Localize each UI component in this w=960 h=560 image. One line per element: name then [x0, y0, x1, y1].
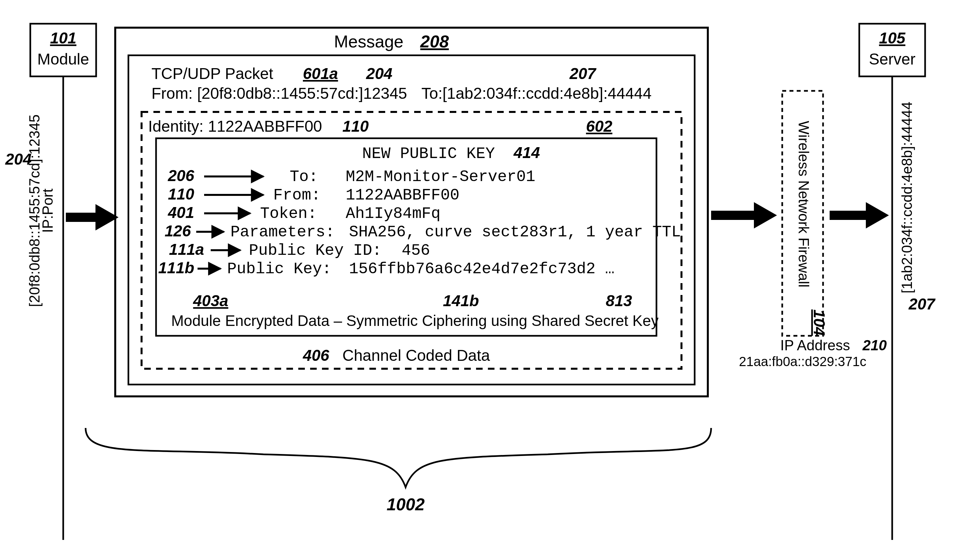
server-ref: 105 — [879, 29, 906, 47]
key-title-ref: 414 — [513, 144, 540, 161]
svg-text:Public Key ID:: Public Key ID: — [249, 242, 382, 259]
firewall-ref: 104 — [811, 309, 828, 336]
svg-text:Ah1Iy84mFq: Ah1Iy84mFq — [346, 205, 440, 222]
svg-text:Public Key:: Public Key: — [227, 260, 331, 278]
firewall-ip-label: IP Address — [780, 337, 850, 353]
key-line-0: 206 To: M2M-Monitor-Server01 — [168, 167, 535, 186]
enc-midref: 141b — [443, 292, 479, 309]
arrow-module-to-message — [66, 204, 118, 230]
message-title: Message — [334, 32, 404, 51]
module-ipport: IP:Port [20f8:0db8::1455:57cd]:12345 204 — [5, 115, 56, 307]
packet-to-ref: 207 — [569, 65, 597, 82]
message-ref: 208 — [420, 32, 449, 51]
packet-from: From: [20f8:0db8::1455:57cd:]12345 — [152, 85, 407, 102]
key-line-5: 111b Public Key: 156ffbb76a6c42e4d7e2fc7… — [158, 259, 614, 278]
svg-text:To:: To: — [290, 168, 318, 186]
module-label: Module — [37, 50, 89, 68]
svg-text:111b: 111b — [158, 259, 194, 277]
module-box: 101 Module — [30, 24, 96, 76]
packet-to: To:[1ab2:034f::ccdd:4e8b]:44444 — [421, 85, 651, 102]
module-ref: 101 — [50, 29, 76, 47]
brace-ref: 1002 — [387, 495, 425, 514]
svg-text:110: 110 — [168, 186, 194, 203]
identity-ref: 110 — [342, 118, 369, 135]
key-title: NEW PUBLIC KEY — [362, 145, 495, 163]
module-ipport-value: [20f8:0db8::1455:57cd]:12345 — [26, 115, 42, 307]
channel-ref: 406 — [302, 347, 329, 364]
svg-marker-7 — [866, 202, 889, 229]
identity-box-ref: 602 — [586, 118, 612, 135]
packet-from-ref: 204 — [366, 65, 392, 82]
enc-rightref: 813 — [606, 292, 632, 309]
firewall-ip-ref: 210 — [862, 337, 887, 353]
svg-text:401: 401 — [168, 204, 194, 221]
svg-text:Token:: Token: — [260, 205, 317, 222]
firewall-label: Wireless Network Firewall — [796, 121, 812, 287]
packet-ref: 601a — [303, 65, 338, 82]
svg-marker-5 — [754, 202, 777, 229]
key-line-1: 110 From: 1122AABBFF00 — [168, 186, 459, 204]
server-ipport: [1ab2:034f::ccdd:4e8b]:44444 207 — [899, 102, 936, 313]
brace: 1002 — [86, 428, 711, 514]
server-label: Server — [869, 50, 915, 68]
svg-text:From:: From: — [273, 186, 321, 204]
diagram-root: 101 Module 105 Server IP:Port [20f8:0db8… — [0, 0, 960, 560]
svg-text:1122AABBFF00: 1122AABBFF00 — [346, 186, 459, 204]
key-line-4: 111a Public Key ID: 456 — [169, 241, 430, 259]
svg-text:M2M-Monitor-Server01: M2M-Monitor-Server01 — [346, 168, 535, 186]
packet-title: TCP/UDP Packet — [152, 65, 273, 82]
key-line-2: 401 Token: Ah1Iy84mFq — [168, 204, 440, 222]
enc-ref: 403a — [193, 292, 229, 309]
svg-text:206: 206 — [168, 167, 194, 184]
firewall-box: Wireless Network Firewall 104 IP Address… — [739, 91, 886, 369]
key-box: NEW PUBLIC KEY 414 206 To: M2M-Monitor-S… — [156, 138, 681, 336]
svg-text:456: 456 — [402, 242, 430, 259]
firewall-ip-value: 21aa:fb0a::d329:371c — [739, 354, 866, 369]
module-ipport-ref: 204 — [5, 150, 32, 168]
enc-text: Module Encrypted Data – Symmetric Cipher… — [171, 312, 658, 329]
server-ipport-ref: 207 — [908, 295, 936, 313]
server-ipport-value: [1ab2:034f::ccdd:4e8b]:44444 — [899, 102, 915, 293]
svg-text:111a: 111a — [169, 241, 204, 258]
svg-text:SHA256, curve sect283r1, 1 yea: SHA256, curve sect283r1, 1 year TTL — [349, 223, 681, 241]
arrow-message-to-firewall — [711, 202, 777, 229]
arrow-firewall-to-server — [830, 202, 889, 229]
svg-text:Parameters:: Parameters: — [230, 223, 335, 241]
svg-text:156ffbb76a6c42e4d7e2fc73d2 …: 156ffbb76a6c42e4d7e2fc73d2 … — [349, 260, 614, 278]
channel-text: Channel Coded Data — [342, 347, 490, 364]
identity-label: Identity: 1122AABBFF00 — [148, 118, 322, 135]
server-box: 105 Server — [859, 24, 925, 76]
svg-text:126: 126 — [165, 222, 191, 240]
key-line-3: 126 Parameters: SHA256, curve sect283r1,… — [165, 222, 681, 241]
